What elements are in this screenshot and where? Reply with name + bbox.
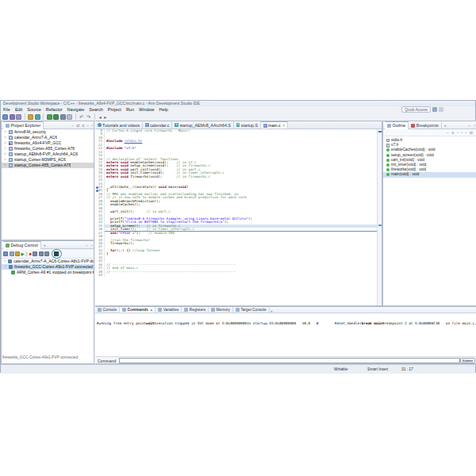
project-item-fireworks-a9x4-fvp-gcc[interactable]: ▷fireworks_A9x4-FVP_GCC [2,140,94,146]
save-icon[interactable] [10,114,15,120]
redo-icon[interactable]: ↷ [86,114,91,120]
link-with-editor-icon[interactable]: ⇄ [75,121,80,129]
minimize-icon[interactable]: − [85,241,89,249]
project-item-fireworks-cortex-a55-cortex-a76[interactable]: ▷fireworks_Cortex-A55_Cortex-A76 [2,146,94,152]
tab-debug-control[interactable]: Debug Control [3,241,41,249]
tab-breakpoints[interactable]: Breakpoints [409,121,441,129]
tab-tutorials-and-videos[interactable]: Tutorials and videos [95,121,143,129]
step-into-icon[interactable] [33,251,37,256]
menu-file[interactable]: File [1,106,13,113]
perspective-cpp-icon[interactable] [432,107,437,112]
menu-help[interactable]: Help [157,106,171,113]
menu-project[interactable]: Project [106,106,124,113]
debug-item[interactable]: ▷calendar_Armv7-A_AC6-Cortex-A8x1-FVP di… [2,259,94,264]
tab-project-explorer[interactable]: Project Explorer [3,121,44,129]
expander-icon[interactable]: ▷ [4,259,6,264]
status-cursor-position: 31 : 17 [401,367,413,371]
expander-icon[interactable]: ▷ [4,140,7,146]
project-item-startup-cortex-m3mps-ac6[interactable]: ▷startup_Cortex-M3MPS_AC6 [2,157,94,163]
menu-navigate[interactable]: Navigate [65,106,87,113]
command-input[interactable] [119,358,460,363]
tab-memory[interactable]: Memory [209,307,233,313]
project-item-startup-aemv8-fvp-aarch64-ac6[interactable]: ▷startup_AEMv8-FVP_AArch64_AC6 [2,152,94,157]
save-all-icon[interactable] [16,114,21,120]
code-editor[interactable]: 8// Cortex-A single-core Fireworks - Mai… [95,129,377,305]
tab-registers[interactable]: Registers [182,307,209,313]
expander-icon[interactable]: ▽ [4,264,7,270]
add-view-icon[interactable]: + [270,307,274,313]
view-menu-icon[interactable]: ≡ [81,121,85,129]
sort-icon[interactable]: ≡ [451,129,455,136]
tab-target-console[interactable]: Target Console [233,307,270,313]
step-over-icon[interactable] [39,251,44,256]
hide-non-public-icon[interactable]: ▫ [465,129,468,136]
debug-icon[interactable] [47,114,52,120]
link-with-editor-icon[interactable]: ⇄ [469,129,474,136]
tab-console[interactable]: Console [95,307,120,313]
maximize-icon[interactable]: ▫ [473,121,476,129]
project-item-startup-cortex-a55-cortex-a76[interactable]: ▷startup_Cortex-A55_Cortex-A76 [2,163,94,168]
maximize-icon[interactable]: ▫ [90,121,94,129]
tab-startup-aemv8-aarch64-s[interactable]: Sstartup_AEMv8_AArch64.S [172,121,233,129]
maximize-icon[interactable]: ▫ [90,241,94,249]
minimize-icon[interactable]: − [86,121,90,129]
connect-icon[interactable] [3,251,8,256]
add-view-icon[interactable]: + [443,121,447,129]
expander-icon[interactable]: ▷ [4,152,7,157]
code-line-49[interactable]: 49 [95,274,377,277]
menu-window[interactable]: Window [136,106,157,113]
expander-icon[interactable]: ▷ [4,163,7,168]
step-out-icon[interactable] [44,251,49,256]
close-tab-icon[interactable]: × [150,308,152,313]
tab-outline[interactable]: Outline [385,121,409,129]
pause-icon[interactable]: ∥ [25,251,28,256]
project-item-armv8-m-security[interactable]: ▷Armv8-M_security [2,129,94,135]
expander-icon[interactable]: ▷ [4,157,7,163]
collapse-all-icon[interactable]: − [446,129,450,136]
tab-main-c[interactable]: cmain.c× [261,121,288,129]
submit-button[interactable]: Submit [460,358,475,363]
expander-icon[interactable]: ▷ [4,129,7,135]
add-view-icon[interactable]: + [43,241,47,249]
overview-ruler[interactable] [377,129,382,305]
minimize-icon[interactable]: − [467,121,471,129]
stop-icon[interactable]: ■ [29,251,31,256]
close-tab-icon[interactable]: × [282,123,285,128]
tab-calendar-c[interactable]: ccalendar.c [143,121,172,129]
expander-icon[interactable]: ▷ [4,135,7,140]
forward-icon[interactable]: ▸ [103,114,107,120]
tab-commands[interactable]: Commands× [120,307,155,313]
run-icon[interactable] [53,114,59,120]
search-icon[interactable] [67,114,72,120]
undo-icon[interactable]: ↶ [79,114,84,120]
expander-icon[interactable]: ▷ [4,146,7,152]
debug-item[interactable]: ARM_Cortex-A9 #1 stopped on breakpoint #… [2,270,94,275]
overview-breakpoint-marker[interactable] [378,131,382,132]
project-item-calendar-armv7-a-ac6[interactable]: ▷calendar_Armv7-A_AC6 [2,135,94,140]
perspective-debug-icon[interactable] [439,107,443,112]
external-tools-icon[interactable] [60,114,66,120]
hide-fields-icon[interactable]: ▫ [456,129,459,136]
debug-console-icon[interactable] [54,251,59,256]
reset-icon[interactable] [15,251,20,256]
console-output[interactable]: Running from entry pointwaitExecution st… [95,313,476,358]
continue-icon[interactable]: ▶ [21,251,25,256]
menu-refactor[interactable]: Refactor [44,106,65,113]
overview-currentline-marker[interactable] [378,225,382,226]
new-connection-icon[interactable] [35,114,40,120]
menu-search[interactable]: Search [86,106,105,113]
menu-edit[interactable]: Edit [13,106,25,113]
debug-item[interactable]: ▽fireworks_GCC-Cortex-A9x1-FVP connected [2,264,94,270]
menu-run[interactable]: Run [124,106,136,113]
build-icon[interactable] [28,114,33,120]
outline-item-main-void-void[interactable]: main(void) : void [383,172,476,177]
back-icon[interactable]: ◂ [98,114,102,120]
disconnect-icon[interactable] [10,251,14,256]
hide-static-icon[interactable]: ▫ [460,129,463,136]
quick-access-button[interactable]: Quick Access [401,106,431,113]
new-wizard-icon[interactable] [2,114,8,120]
collapse-all-icon[interactable]: − [71,121,75,129]
menu-source[interactable]: Source [25,106,43,113]
tab-startup-s[interactable]: Sstartup.S [234,121,261,129]
tab-variables[interactable]: Variables [155,307,182,313]
